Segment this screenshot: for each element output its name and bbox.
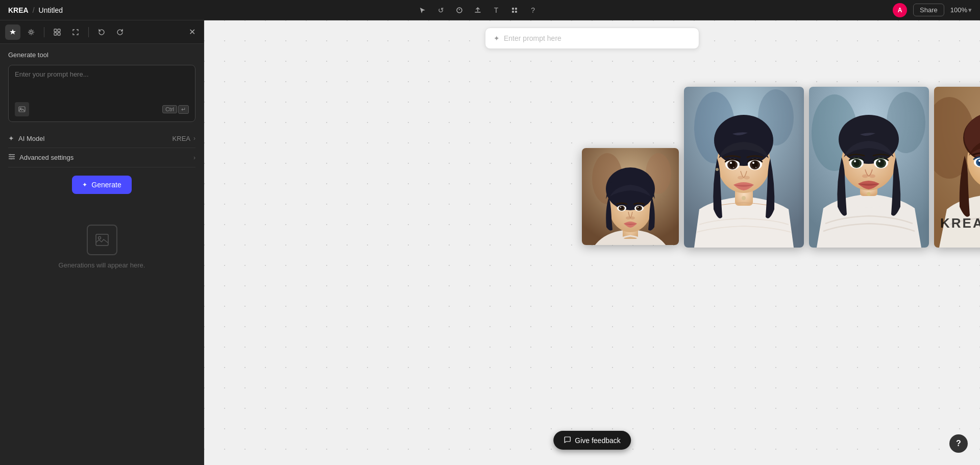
tool-expand[interactable] <box>68 25 83 40</box>
sidebar-toolbar: ✕ <box>0 20 204 44</box>
nav-tool-generate[interactable] <box>452 3 467 17</box>
canvas-area[interactable]: ✦ Enter prompt here <box>204 20 980 465</box>
ai-model-row[interactable]: ✦ AI Model KREA › <box>8 129 195 148</box>
feedback-label: Give feedback <box>575 436 621 445</box>
sidebar-content: Generate tool Ctrl ↵ <box>0 44 204 465</box>
ai-model-icon: ✦ <box>8 134 14 142</box>
nav-tool-undo[interactable]: ↺ <box>434 3 448 17</box>
svg-point-67 <box>878 160 880 162</box>
svg-point-39 <box>714 115 773 166</box>
image-card-3[interactable] <box>809 87 929 248</box>
sidebar-panel: ✕ Generate tool Ctrl <box>0 20 204 465</box>
prompt-bar-icon: ✦ <box>494 34 500 42</box>
ai-model-left: ✦ AI Model <box>8 134 44 142</box>
svg-point-47 <box>752 161 758 168</box>
prompt-bar-text: Enter prompt here <box>504 34 691 42</box>
zoom-level[interactable]: 100%▾ <box>950 6 972 14</box>
svg-point-66 <box>878 159 884 166</box>
nav-tool-upload[interactable] <box>471 3 485 17</box>
advanced-settings-right: › <box>193 154 195 161</box>
keyboard-hint: Ctrl ↵ <box>162 105 189 114</box>
help-button[interactable]: ? <box>949 434 968 453</box>
prompt-bar[interactable]: ✦ Enter prompt here <box>485 28 699 49</box>
document-title[interactable]: Untitled <box>39 6 63 14</box>
ai-model-chevron: › <box>193 135 195 142</box>
svg-point-26 <box>620 206 623 209</box>
svg-rect-6 <box>54 29 57 32</box>
generate-button-label: Generate <box>91 181 121 189</box>
svg-point-62 <box>853 159 860 166</box>
nav-tools: ↺ T ? <box>415 3 540 17</box>
tool-group[interactable] <box>50 25 65 40</box>
krea-watermark: KREA <box>940 215 980 231</box>
ai-model-value: KREA <box>173 135 190 142</box>
empty-state-text: Generations will appear here. <box>59 261 145 269</box>
svg-rect-8 <box>54 33 57 35</box>
ai-model-right: KREA › <box>173 135 195 142</box>
nav-tool-help[interactable]: ? <box>526 3 540 17</box>
ai-model-label: AI Model <box>18 135 44 142</box>
advanced-settings-left: Advanced settings <box>8 153 74 162</box>
svg-point-49 <box>755 167 756 168</box>
portrait-svg-1 <box>582 148 679 245</box>
generate-btn-wrapper: ✦ Generate <box>8 167 195 194</box>
svg-point-16 <box>98 237 101 239</box>
svg-rect-15 <box>96 234 108 246</box>
portrait-svg-3 <box>809 87 929 248</box>
image-card-4[interactable]: KREA <box>934 87 980 248</box>
tool-generate[interactable] <box>5 25 20 40</box>
svg-point-31 <box>638 207 639 208</box>
image-card-2[interactable] <box>684 87 804 248</box>
svg-point-68 <box>862 175 868 178</box>
tool-settings[interactable] <box>23 25 39 40</box>
svg-rect-1 <box>512 8 514 10</box>
advanced-settings-label: Advanced settings <box>19 154 74 161</box>
svg-point-63 <box>854 160 856 162</box>
advanced-settings-icon <box>8 153 15 162</box>
empty-state-icon <box>87 225 117 255</box>
top-navigation: KREA / Untitled ↺ T ? A Share 100%▾ <box>0 0 980 20</box>
prompt-input[interactable] <box>15 70 189 96</box>
image-grid: KREA <box>582 87 980 248</box>
feedback-button[interactable]: Give feedback <box>553 431 631 450</box>
svg-point-13 <box>13 156 14 158</box>
svg-point-0 <box>457 8 462 13</box>
panel-title: Generate tool <box>8 51 195 59</box>
advanced-settings-row[interactable]: Advanced settings › <box>8 148 195 167</box>
advanced-settings-chevron: › <box>193 154 195 161</box>
nav-tool-assets[interactable] <box>507 3 522 17</box>
panel-close-button[interactable]: ✕ <box>185 26 199 39</box>
prompt-area: Ctrl ↵ <box>8 65 195 122</box>
tool-redo[interactable] <box>112 25 128 40</box>
svg-point-42 <box>729 161 736 168</box>
kbd-ctrl: Ctrl <box>162 105 177 113</box>
share-button[interactable]: Share <box>913 4 944 16</box>
svg-rect-2 <box>515 8 517 10</box>
nav-tool-text[interactable]: T <box>489 3 503 17</box>
nav-left: KREA / Untitled <box>8 6 63 14</box>
image-card-1[interactable] <box>582 148 679 245</box>
prompt-image-icon[interactable] <box>15 102 29 116</box>
prompt-footer: Ctrl ↵ <box>15 102 189 116</box>
svg-point-50 <box>738 176 744 180</box>
svg-point-14 <box>11 158 12 160</box>
nav-tool-cursor[interactable] <box>415 3 430 17</box>
app-logo: KREA <box>8 6 29 14</box>
svg-point-52 <box>742 196 746 200</box>
generate-button[interactable]: ✦ Generate <box>72 176 131 194</box>
svg-rect-10 <box>19 107 25 112</box>
svg-rect-9 <box>58 33 60 35</box>
svg-point-48 <box>752 162 754 164</box>
svg-rect-7 <box>58 29 60 32</box>
main-area: ✕ Generate tool Ctrl <box>0 20 980 465</box>
user-avatar[interactable]: A <box>893 3 907 17</box>
nav-right: A Share 100%▾ <box>893 3 972 17</box>
svg-point-59 <box>839 115 899 164</box>
svg-point-5 <box>30 31 33 33</box>
svg-point-33 <box>630 216 635 219</box>
generate-button-icon: ✦ <box>82 181 87 188</box>
svg-point-70 <box>867 192 871 196</box>
svg-point-53 <box>716 168 719 171</box>
tool-undo[interactable] <box>94 25 109 40</box>
toolbar-separator-2 <box>88 27 89 37</box>
